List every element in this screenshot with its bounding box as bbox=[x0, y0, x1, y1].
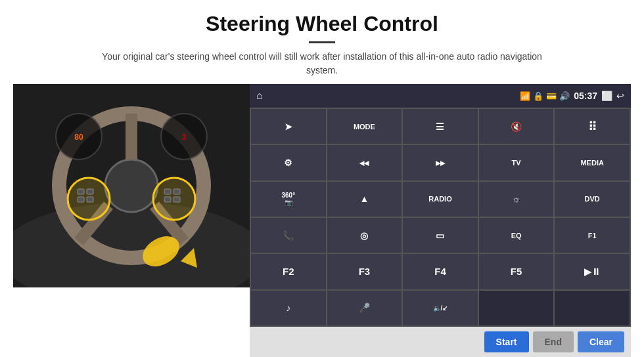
top-bar-right: 📶 🔒 💳 🔊 05:37 ⬜ ↩ bbox=[520, 91, 624, 101]
title-divider bbox=[309, 41, 335, 43]
btn-microphone[interactable]: 🎤 bbox=[327, 291, 402, 326]
window-icon: ⬜ bbox=[601, 91, 612, 101]
btn-navigate[interactable]: ➤ bbox=[251, 109, 326, 144]
page-title: Steering Wheel Control bbox=[26, 12, 618, 36]
clear-button[interactable]: Clear bbox=[578, 331, 624, 352]
svg-point-1 bbox=[13, 202, 250, 287]
btn-brightness[interactable]: ☼ bbox=[479, 182, 554, 217]
btn-mute[interactable]: 🔇 bbox=[479, 109, 554, 144]
bottom-action-bar: Start End Clear bbox=[250, 327, 631, 357]
btn-next-track[interactable]: ▸▸ bbox=[403, 145, 478, 180]
btn-f2[interactable]: F2 bbox=[251, 254, 326, 289]
svg-rect-12 bbox=[87, 197, 93, 202]
steering-wheel-svg: 80 3 bbox=[13, 84, 250, 287]
header-section: Steering Wheel Control Your original car… bbox=[0, 0, 644, 84]
btn-apps[interactable]: ⠿ bbox=[555, 109, 630, 144]
control-panel: ⌂ 📶 🔒 💳 🔊 05:37 ⬜ ↩ ➤ bbox=[250, 84, 631, 357]
btn-media[interactable]: MEDIA bbox=[555, 145, 630, 180]
btn-play-pause[interactable]: ▶⏸ bbox=[555, 254, 630, 289]
btn-list[interactable]: ☰ bbox=[403, 109, 478, 144]
time-display: 05:37 bbox=[574, 91, 597, 101]
back-icon[interactable]: ↩ bbox=[616, 91, 624, 101]
btn-screen[interactable]: ▭ bbox=[403, 218, 478, 253]
svg-rect-14 bbox=[173, 189, 180, 194]
btn-music[interactable]: ♪ bbox=[251, 291, 326, 326]
btn-settings[interactable]: ⚙ bbox=[251, 145, 326, 180]
status-icons: 📶 🔒 💳 🔊 bbox=[520, 91, 570, 101]
svg-rect-15 bbox=[164, 197, 171, 202]
btn-360[interactable]: 360°📷 bbox=[251, 182, 326, 217]
end-button[interactable]: End bbox=[533, 331, 574, 352]
btn-eject[interactable]: ▲ bbox=[327, 182, 402, 217]
svg-rect-9 bbox=[78, 189, 84, 194]
btn-empty-2 bbox=[555, 291, 630, 326]
btn-f3[interactable]: F3 bbox=[327, 254, 402, 289]
svg-rect-16 bbox=[173, 197, 180, 202]
buttons-grid: ➤ MODE ☰ 🔇 ⠿ ⚙ ◂◂ ▸▸ TV MEDIA 360°📷 ▲ RA… bbox=[250, 108, 631, 327]
btn-phone[interactable]: 📞 bbox=[251, 218, 326, 253]
content-row: 80 3 ⌂ 📶 🔒 💳 bbox=[0, 84, 644, 357]
btn-prev-track[interactable]: ◂◂ bbox=[327, 145, 402, 180]
steering-wheel-image: 80 3 bbox=[13, 84, 250, 287]
btn-f4[interactable]: F4 bbox=[403, 254, 478, 289]
lock-icon: 🔒 bbox=[533, 91, 543, 101]
svg-point-3 bbox=[105, 159, 158, 212]
btn-empty-1 bbox=[479, 291, 554, 326]
btn-gps[interactable]: ◎ bbox=[327, 218, 402, 253]
bt-icon: 🔊 bbox=[559, 91, 570, 101]
btn-tv[interactable]: TV bbox=[479, 145, 554, 180]
subtitle-text: Your original car's steering wheel contr… bbox=[92, 50, 552, 77]
btn-eq[interactable]: EQ bbox=[479, 218, 554, 253]
home-icon[interactable]: ⌂ bbox=[256, 90, 263, 102]
btn-mode[interactable]: MODE bbox=[327, 109, 402, 144]
top-bar-left: ⌂ bbox=[256, 90, 263, 102]
svg-text:80: 80 bbox=[74, 133, 83, 142]
btn-f5[interactable]: F5 bbox=[479, 254, 554, 289]
btn-f1[interactable]: F1 bbox=[555, 218, 630, 253]
btn-radio[interactable]: RADIO bbox=[403, 182, 478, 217]
wifi-icon: 📶 bbox=[520, 91, 530, 101]
sd-icon: 💳 bbox=[546, 91, 557, 101]
page-container: Steering Wheel Control Your original car… bbox=[0, 0, 644, 357]
btn-vol-phone[interactable]: 🔈/↙ bbox=[403, 291, 478, 326]
btn-dvd[interactable]: DVD bbox=[555, 182, 630, 217]
svg-rect-11 bbox=[78, 197, 84, 202]
start-button[interactable]: Start bbox=[484, 331, 529, 352]
status-bar: ⌂ 📶 🔒 💳 🔊 05:37 ⬜ ↩ bbox=[250, 84, 631, 108]
svg-rect-13 bbox=[164, 189, 171, 194]
svg-rect-10 bbox=[87, 189, 93, 194]
svg-text:3: 3 bbox=[182, 133, 187, 142]
